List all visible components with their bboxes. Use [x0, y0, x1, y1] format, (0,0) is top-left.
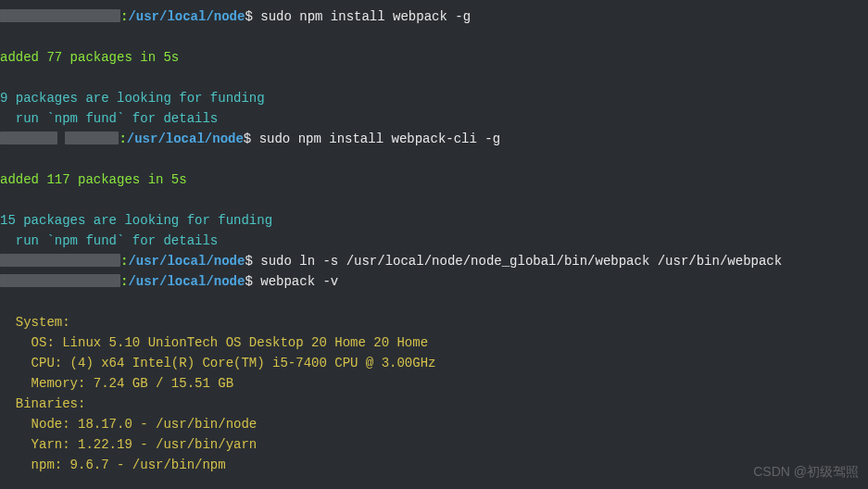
- system-cpu: CPU: (4) x64 Intel(R) Core(TM) i5-7400 C…: [0, 353, 868, 373]
- blank-line: [0, 149, 868, 169]
- prompt-path: /usr/local/node: [127, 132, 244, 146]
- output-added-1: added 77 packages in 5s: [0, 47, 868, 68]
- redacted-gap: [57, 132, 65, 146]
- output-added-2: added 117 packages in 5s: [0, 169, 868, 190]
- blank-line: [0, 27, 868, 47]
- prompt-colon: :: [119, 132, 126, 146]
- prompt-line-2: :/usr/local/node$ sudo npm install webpa…: [0, 129, 868, 149]
- command-text: webpack -v: [253, 274, 338, 289]
- system-header: System:: [0, 312, 868, 332]
- redacted-user-host: [0, 274, 120, 287]
- binaries-npm: npm: 9.6.7 - /usr/bin/npm: [0, 455, 868, 475]
- system-memory: Memory: 7.24 GB / 15.51 GB: [0, 373, 868, 394]
- prompt-line-1: :/usr/local/node$ sudo npm install webpa…: [0, 6, 868, 27]
- command-text: sudo npm install webpack-cli -g: [251, 132, 500, 146]
- prompt-symbol: $: [245, 254, 252, 269]
- command-text: sudo npm install webpack -g: [253, 9, 471, 24]
- redacted-user-host: [65, 132, 119, 144]
- blank-line: [0, 292, 868, 312]
- system-os: OS: Linux 5.10 UnionTech OS Desktop 20 H…: [0, 332, 868, 353]
- prompt-path: /usr/local/node: [128, 274, 245, 289]
- binaries-header: Binaries:: [0, 394, 868, 414]
- prompt-path: /usr/local/node: [128, 254, 245, 269]
- prompt-symbol: $: [244, 132, 251, 146]
- output-funding-1a: 9 packages are looking for funding: [0, 88, 868, 108]
- prompt-line-4: :/usr/local/node$ webpack -v: [0, 271, 868, 292]
- binaries-yarn: Yarn: 1.22.19 - /usr/bin/yarn: [0, 434, 868, 455]
- prompt-line-3: :/usr/local/node$ sudo ln -s /usr/local/…: [0, 251, 868, 271]
- terminal-output[interactable]: :/usr/local/node$ sudo npm install webpa…: [0, 6, 868, 475]
- blank-line: [0, 190, 868, 210]
- redacted-user-host: [0, 132, 57, 144]
- command-text: sudo ln -s /usr/local/node/node_global/b…: [253, 254, 782, 269]
- prompt-symbol: $: [245, 9, 252, 24]
- watermark-text: CSDN @初级驾照: [753, 461, 859, 482]
- prompt-path: /usr/local/node: [128, 9, 245, 24]
- binaries-node: Node: 18.17.0 - /usr/bin/node: [0, 414, 868, 434]
- output-funding-2b: run `npm fund` for details: [0, 231, 868, 251]
- output-funding-2a: 15 packages are looking for funding: [0, 210, 868, 231]
- redacted-user-host: [0, 9, 120, 22]
- output-funding-1b: run `npm fund` for details: [0, 108, 868, 129]
- prompt-symbol: $: [245, 274, 252, 289]
- blank-line: [0, 68, 868, 88]
- redacted-user-host: [0, 254, 120, 267]
